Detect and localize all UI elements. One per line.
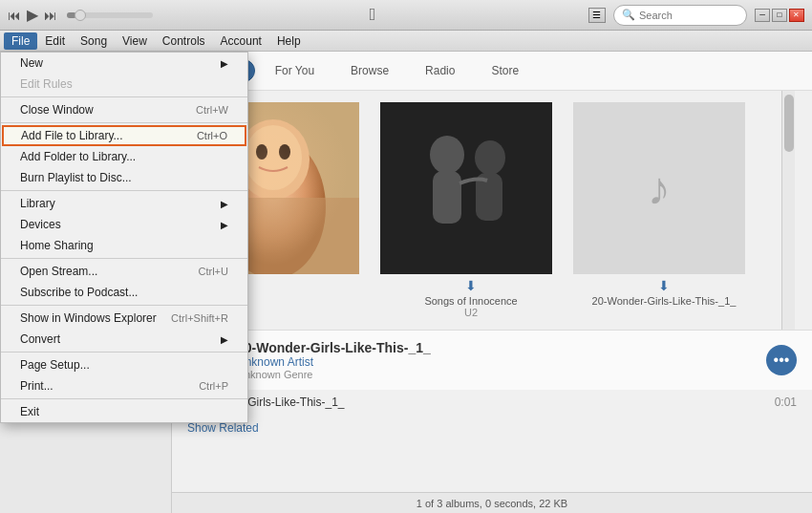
download-icon-u2: ⬇: [380, 278, 562, 293]
tab-browse[interactable]: Browse: [334, 59, 405, 82]
title-bar: ⏮ ▶ ⏭  ☰ 🔍 ─ □ ✕: [0, 0, 812, 31]
menu-item-add-folder[interactable]: Add Folder to Library...: [1, 146, 247, 167]
menu-item-open-stream[interactable]: Open Stream... Ctrl+U: [1, 261, 247, 282]
next-button[interactable]: ⏭: [44, 8, 57, 23]
nav-tabs: Library For You Browse Radio Store: [172, 52, 812, 91]
separator-6: [1, 352, 247, 353]
scrollbar-thumb[interactable]: [784, 95, 794, 152]
now-playing-info: 20-Wonder-Girls-Like-This-_1_ Unknown Ar…: [237, 340, 755, 380]
list-view-button[interactable]: ☰: [588, 8, 606, 23]
menu-bar: File Edit Song View Controls Account Hel…: [0, 31, 812, 52]
svg-point-3: [245, 125, 302, 190]
status-text: 1 of 3 albums, 0 seconds, 22 KB: [417, 498, 567, 509]
more-button[interactable]: •••: [766, 345, 797, 375]
now-playing-genre: Unknown Genre: [237, 369, 755, 380]
submenu-arrow: ▶: [221, 58, 228, 69]
apple-logo: : [370, 5, 376, 25]
menu-file[interactable]: File: [4, 32, 37, 50]
separator-4: [1, 258, 247, 259]
menu-item-edit-rules: Edit Rules: [1, 74, 247, 95]
svg-point-9: [430, 136, 464, 174]
menu-help[interactable]: Help: [269, 32, 309, 50]
now-playing-title: 20-Wonder-Girls-Like-This-_1_: [237, 340, 755, 355]
menu-item-devices[interactable]: Devices ▶: [1, 214, 247, 235]
menu-item-subscribe-podcast[interactable]: Subscribe to Podcast...: [1, 282, 247, 303]
search-input[interactable]: [639, 10, 735, 21]
separator-5: [1, 305, 247, 306]
menu-item-exit[interactable]: Exit: [1, 401, 247, 422]
album-item-wonder[interactable]: ♪ ⬇ 20-Wonder-Girls-Like-This-_1_: [573, 102, 755, 318]
svg-rect-8: [380, 102, 552, 274]
album-item-u2[interactable]: ⬇ Songs of Innocence U2: [380, 102, 562, 318]
track-list: 20-Wonder-Girls-Like-This-_1_ 0:01: [172, 390, 812, 416]
svg-point-5: [279, 144, 290, 160]
separator-1: [1, 96, 247, 97]
svg-rect-10: [433, 171, 461, 224]
tab-for-you[interactable]: For You: [259, 59, 331, 82]
menu-item-add-file[interactable]: Add File to Library... Ctrl+O: [2, 125, 246, 146]
svg-point-4: [256, 144, 267, 160]
menu-account[interactable]: Account: [213, 32, 269, 50]
download-icon-wonder: ⬇: [573, 278, 755, 293]
minimize-button[interactable]: ─: [755, 9, 770, 22]
separator-3: [1, 190, 247, 191]
menu-item-page-setup[interactable]: Page Setup...: [1, 354, 247, 375]
vertical-scrollbar[interactable]: [781, 91, 795, 330]
menu-view[interactable]: View: [115, 32, 155, 50]
menu-song[interactable]: Song: [73, 32, 115, 50]
convert-submenu-arrow: ▶: [221, 334, 228, 345]
svg-point-11: [475, 140, 505, 175]
table-row[interactable]: 20-Wonder-Girls-Like-This-_1_ 0:01: [187, 390, 797, 416]
now-playing-artist[interactable]: Unknown Artist: [237, 355, 755, 369]
menu-item-show-in-explorer[interactable]: Show in Windows Explorer Ctrl+Shift+R: [1, 308, 247, 329]
play-button[interactable]: ▶: [27, 6, 38, 24]
track-duration: 0:01: [775, 395, 797, 409]
menu-edit[interactable]: Edit: [37, 32, 73, 50]
menu-item-home-sharing[interactable]: Home Sharing: [1, 235, 247, 256]
tab-store[interactable]: Store: [475, 59, 535, 82]
menu-item-library[interactable]: Library ▶: [1, 193, 247, 214]
album-title-u2: Songs of Innocence: [380, 295, 562, 307]
tab-radio[interactable]: Radio: [409, 59, 471, 82]
library-submenu-arrow: ▶: [221, 199, 228, 209]
window-buttons: ─ □ ✕: [755, 9, 804, 22]
status-bar: 1 of 3 albums, 0 seconds, 22 KB: [172, 492, 812, 513]
close-button[interactable]: ✕: [789, 9, 804, 22]
album-cover-wonder: ♪: [573, 102, 745, 274]
album-title-wonder: 20-Wonder-Girls-Like-This-_1_: [573, 295, 755, 307]
menu-item-new[interactable]: New ▶: [1, 53, 247, 74]
music-note-icon: ♪: [648, 162, 671, 215]
album-grid: ⬇ Songs of Innocence U2 ♪ ⬇ 20-Wonder-Gi…: [172, 91, 781, 330]
separator-7: [1, 398, 247, 399]
maximize-button[interactable]: □: [772, 9, 787, 22]
menu-controls[interactable]: Controls: [155, 32, 213, 50]
file-dropdown-menu: New ▶ Edit Rules Close Window Ctrl+W Add…: [0, 52, 248, 423]
transport-controls: ⏮ ▶ ⏭: [8, 6, 157, 24]
now-playing-bar: ♪ 20-Wonder-Girls-Like-This-_1_ Unknown …: [172, 330, 812, 390]
menu-item-close-window[interactable]: Close Window Ctrl+W: [1, 99, 247, 120]
prev-button[interactable]: ⏮: [8, 8, 21, 23]
menu-item-convert[interactable]: Convert ▶: [1, 329, 247, 350]
search-bar[interactable]: 🔍: [613, 5, 747, 26]
menu-item-print[interactable]: Print... Ctrl+P: [1, 375, 247, 396]
show-related-button[interactable]: Show Related: [172, 416, 812, 435]
menu-item-burn-playlist[interactable]: Burn Playlist to Disc...: [1, 167, 247, 188]
album-cover-u2: [380, 102, 552, 274]
separator-2: [1, 122, 247, 123]
devices-submenu-arrow: ▶: [221, 220, 228, 230]
search-icon: 🔍: [622, 9, 635, 21]
album-artist-u2: U2: [380, 307, 562, 318]
seek-bar[interactable]: [67, 12, 153, 18]
